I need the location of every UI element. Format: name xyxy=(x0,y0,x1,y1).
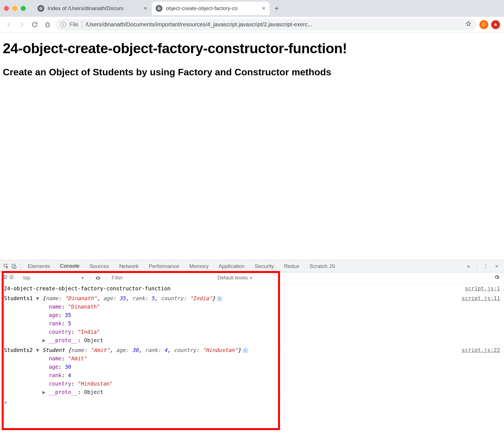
devtools-tabbar: Elements Console Sources Network Perform… xyxy=(0,260,504,272)
toolbar: i File /Users/dinanath/Documents/importa… xyxy=(0,17,504,32)
devtools-tab-performance[interactable]: Performance xyxy=(144,260,184,272)
close-tab-icon[interactable]: × xyxy=(144,5,147,12)
info-badge-icon[interactable]: i xyxy=(243,348,248,353)
device-toolbar-icon[interactable] xyxy=(10,263,18,269)
tabs-overflow-icon[interactable]: » xyxy=(463,263,473,269)
home-button[interactable] xyxy=(43,20,53,30)
tab-title: Index of /Users/dinanath/Docum xyxy=(48,5,140,11)
log-levels-selector[interactable]: Default levels ▼ xyxy=(218,275,253,281)
close-tab-icon[interactable]: × xyxy=(262,5,265,12)
live-expression-icon[interactable] xyxy=(94,275,102,281)
devtools-tabbar-right: » ⋮ × xyxy=(463,263,502,270)
console-log-row: Students1 ▼ {name: "Dinanath", age: 35, … xyxy=(0,293,504,345)
tab-active[interactable]: object-create-object-factory-co × xyxy=(152,2,269,15)
levels-label: Default levels xyxy=(218,275,248,281)
devtools-tab-application[interactable]: Application xyxy=(214,260,250,272)
devtools-tab-scratchjs[interactable]: Scratch JS xyxy=(304,260,340,272)
info-badge-icon[interactable]: i xyxy=(217,296,222,301)
tab-title: object-create-object-factory-co xyxy=(166,5,258,11)
context-selector[interactable]: top ▼ xyxy=(21,275,87,281)
window-controls xyxy=(4,6,26,11)
devtools-tab-memory[interactable]: Memory xyxy=(184,260,214,272)
minimize-window-button[interactable] xyxy=(12,6,17,11)
globe-icon xyxy=(156,5,162,12)
address-bar[interactable]: i File /Users/dinanath/Documents/importa… xyxy=(55,19,477,31)
devtools-panel: Elements Console Sources Network Perform… xyxy=(0,260,504,434)
chevron-down-icon: ▼ xyxy=(249,276,253,280)
console-toolbar: top ▼ Default levels ▼ xyxy=(0,272,504,284)
url-text: /Users/dinanath/Documents/important/reso… xyxy=(85,21,462,28)
console-output: 24-object-create-object-factory-construc… xyxy=(0,284,504,434)
source-link[interactable]: script.js:22 xyxy=(457,346,500,396)
devtools-tab-network[interactable]: Network xyxy=(114,260,144,272)
browser-chrome: Index of /Users/dinanath/Docum × object-… xyxy=(0,0,504,32)
devtools-tab-security[interactable]: Security xyxy=(250,260,279,272)
site-info-icon[interactable]: i xyxy=(60,22,66,27)
svg-rect-4 xyxy=(14,265,16,268)
source-link[interactable]: script.js:11 xyxy=(457,294,500,344)
page-subheading: Create an Object of Students by using Fa… xyxy=(3,67,501,78)
page-heading: 24-object-create-object-factory-construc… xyxy=(3,40,501,57)
separator xyxy=(106,275,106,281)
svg-rect-5 xyxy=(3,276,7,279)
console-log-row: Students2 ▼ Student {name: "Amit", age: … xyxy=(0,345,504,397)
forward-button[interactable] xyxy=(17,20,27,30)
profile-avatar[interactable]: D xyxy=(479,20,488,29)
devtools-tab-sources[interactable]: Sources xyxy=(85,260,114,272)
devtools-tab-console[interactable]: Console xyxy=(55,260,85,272)
close-devtools-icon[interactable]: × xyxy=(492,263,502,269)
inspect-element-icon[interactable] xyxy=(2,263,10,269)
separator xyxy=(90,275,90,281)
separator xyxy=(20,263,20,270)
context-label: top xyxy=(23,275,30,281)
url-scheme-label: File xyxy=(69,21,78,28)
console-settings-icon[interactable] xyxy=(492,274,502,281)
console-filter-input[interactable] xyxy=(109,274,216,282)
separator xyxy=(477,263,477,270)
avatar-initial: D xyxy=(482,22,486,27)
extension-badge[interactable] xyxy=(491,20,500,29)
disclosure-triangle-icon[interactable]: ▼ xyxy=(36,347,42,353)
console-log-row: 24-object-create-object-factory-construc… xyxy=(0,284,504,293)
bookmark-star-icon[interactable] xyxy=(465,21,472,28)
new-tab-button[interactable]: + xyxy=(270,4,283,13)
globe-icon xyxy=(38,5,44,12)
tab-strip: Index of /Users/dinanath/Docum × object-… xyxy=(0,0,504,17)
back-button[interactable] xyxy=(4,20,14,30)
divider xyxy=(82,21,82,28)
close-window-button[interactable] xyxy=(4,6,9,11)
maximize-window-button[interactable] xyxy=(21,6,26,11)
page-content: 24-object-create-object-factory-construc… xyxy=(0,32,504,78)
separator xyxy=(17,275,18,281)
disclosure-triangle-icon[interactable]: ▼ xyxy=(36,295,42,301)
devtools-tab-redux[interactable]: Redux xyxy=(279,260,304,272)
console-prompt[interactable]: > xyxy=(0,397,504,408)
chevron-down-icon: ▼ xyxy=(81,276,84,280)
reload-button[interactable] xyxy=(30,20,40,30)
kebab-menu-icon[interactable]: ⋮ xyxy=(480,263,491,269)
devtools-tab-elements[interactable]: Elements xyxy=(23,260,55,272)
tab-inactive[interactable]: Index of /Users/dinanath/Docum × xyxy=(34,2,151,15)
toggle-sidebar-icon[interactable] xyxy=(2,275,7,281)
clear-console-icon[interactable] xyxy=(9,275,14,281)
source-link[interactable]: script.js:1 xyxy=(460,284,500,293)
